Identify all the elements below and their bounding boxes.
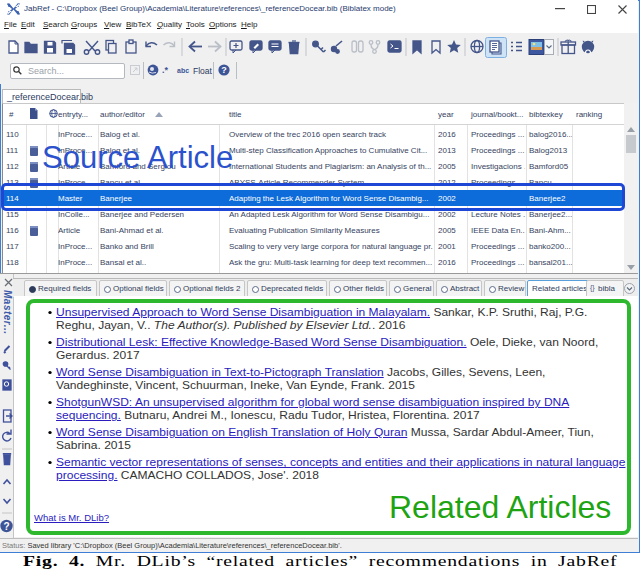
- svg-text:?: ?: [221, 65, 227, 75]
- svg-text:?: ?: [3, 521, 9, 532]
